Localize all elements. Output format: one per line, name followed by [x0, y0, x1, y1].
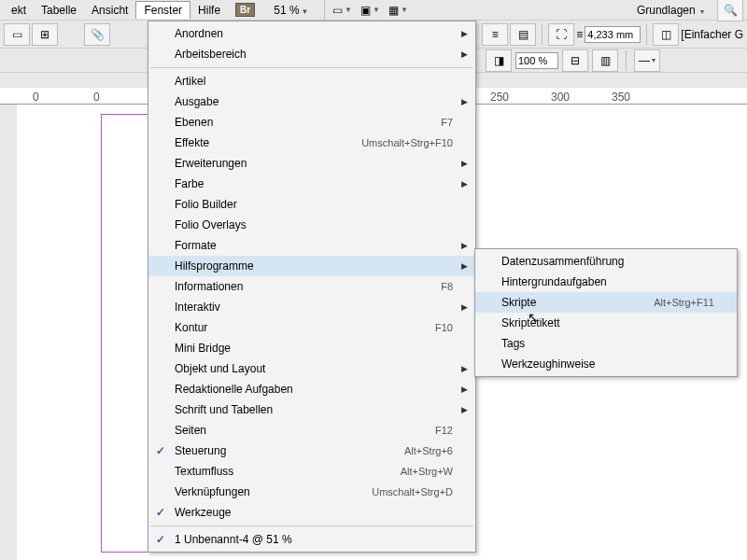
menu-item-label: Verknüpfungen	[175, 485, 372, 498]
menu-item-label: Skripte	[501, 296, 654, 309]
menu-item[interactable]: Objekt und Layout▶	[148, 358, 475, 379]
menu-separator	[150, 525, 473, 526]
zoom-level[interactable]: 51 %▼	[268, 3, 314, 18]
menu-item-label: Informationen	[175, 280, 441, 293]
reference-point-icon[interactable]: ⊞	[32, 23, 58, 46]
search-icon[interactable]: 🔍	[717, 0, 743, 21]
menu-item[interactable]: Farbe▶	[148, 174, 475, 194]
menu-item[interactable]: Arbeitsbereich▶	[148, 44, 475, 64]
menu-item[interactable]: Formate▶	[148, 235, 475, 256]
menubar-item-tabelle[interactable]: Tabelle	[34, 2, 84, 19]
menu-item-label: Erweiterungen	[175, 157, 453, 170]
chevron-right-icon: ▶	[461, 179, 468, 189]
menu-item[interactable]: TextumflussAlt+Strg+W	[148, 461, 475, 482]
menu-item-label: Kontur	[175, 321, 435, 334]
menu-item-label: Interaktiv	[175, 301, 453, 314]
chevron-right-icon: ▶	[461, 364, 468, 373]
view-options-icon[interactable]: ▣▼	[359, 2, 383, 19]
selection-tool-icon[interactable]: ▭	[4, 23, 30, 46]
menu-item[interactable]: EffekteUmschalt+Strg+F10	[148, 133, 475, 153]
wrap-around-icon[interactable]: ▥	[592, 49, 618, 72]
bridge-icon[interactable]: Br	[235, 3, 255, 17]
menu-item[interactable]: EbenenF7	[148, 112, 475, 133]
chevron-right-icon: ▶	[461, 261, 468, 271]
arrange-icon[interactable]: ▦▼	[387, 2, 411, 19]
menu-item-label: Folio Builder	[175, 198, 453, 211]
hilfsprogramme-submenu: DatenzusammenführungHintergrundaufgabenS…	[474, 248, 738, 377]
menu-item-label: Werkzeughinweise	[501, 357, 714, 371]
distribute-icon[interactable]: ⊟	[562, 49, 588, 72]
menu-item-label: Schrift und Tabellen	[175, 403, 453, 416]
menu-shortcut: Alt+Strg+6	[404, 445, 453, 456]
menu-item[interactable]: Ausgabe▶	[148, 91, 475, 112]
chevron-right-icon: ▶	[461, 49, 468, 59]
menubar-item-hilfe[interactable]: Hilfe	[190, 2, 228, 19]
menu-shortcut: F8	[441, 281, 453, 292]
menu-shortcut: Alt+Strg+W	[401, 466, 453, 477]
menu-shortcut: F10	[435, 322, 453, 333]
ruler-tick: 300	[551, 91, 570, 104]
chevron-right-icon: ▶	[461, 159, 468, 168]
menu-item[interactable]: SeitenF12	[148, 420, 475, 441]
menu-item-label: Skriptetikett	[501, 316, 714, 329]
menu-item[interactable]: KonturF10	[148, 317, 475, 338]
check-icon: ✓	[156, 444, 165, 457]
chevron-right-icon: ▶	[461, 385, 468, 394]
menubar-item-ansicht[interactable]: Ansicht	[84, 2, 135, 19]
menu-item[interactable]: Mini Bridge	[148, 338, 475, 358]
menu-item[interactable]: ✓SteuerungAlt+Strg+6	[148, 441, 475, 461]
attach-icon[interactable]: 📎	[84, 23, 110, 46]
menu-item[interactable]: Interaktiv▶	[148, 297, 475, 317]
menu-item[interactable]: VerknüpfungenUmschalt+Strg+D	[148, 482, 475, 502]
menu-item-label: Hilfsprogramme	[175, 259, 453, 273]
chevron-right-icon: ▶	[461, 97, 468, 106]
menu-item[interactable]: Datenzusammenführung	[475, 251, 737, 272]
menu-shortcut: F7	[441, 117, 453, 128]
menu-shortcut: Umschalt+Strg+F10	[361, 137, 453, 148]
check-icon: ✓	[156, 506, 165, 519]
menu-item-label: Redaktionelle Aufgaben	[175, 383, 453, 396]
corner-options-icon[interactable]: ◫	[653, 23, 679, 46]
menu-item[interactable]: Artikel	[148, 71, 475, 91]
menu-item[interactable]: Redaktionelle Aufgaben▶	[148, 379, 475, 399]
menu-shortcut: F12	[435, 425, 453, 436]
align-icon[interactable]: ≡	[482, 23, 508, 46]
ruler-tick: 0	[93, 91, 100, 104]
menu-item[interactable]: Folio Builder	[148, 194, 475, 215]
check-icon: ✓	[156, 533, 165, 546]
menubar-item-fenster[interactable]: Fenster	[135, 1, 190, 19]
menu-item[interactable]: Anordnen▶	[148, 23, 475, 44]
stroke-weight-icon: ≡	[576, 28, 583, 41]
menu-item[interactable]: Hintergrundaufgaben	[475, 272, 737, 292]
stroke-swatch-icon[interactable]: ◨	[486, 49, 512, 72]
workspace-switcher[interactable]: Grundlagen ▾	[627, 2, 713, 19]
menu-item[interactable]: SkripteAlt+Strg+F11	[475, 292, 737, 313]
crop-icon[interactable]: ⛶	[548, 23, 574, 46]
menubar: ekt Tabelle Ansicht Fenster Hilfe Br 51 …	[0, 0, 747, 21]
menu-item-label: Hintergrundaufgaben	[501, 275, 714, 288]
menu-item[interactable]: Erweiterungen▶	[148, 153, 475, 174]
text-wrap-icon[interactable]: ▤	[510, 23, 536, 46]
menu-item[interactable]: Folio Overlays	[148, 215, 475, 235]
menu-item-label: Anordnen	[175, 27, 453, 40]
menu-item-label: Werkzeuge	[175, 506, 453, 519]
menu-item-label: Seiten	[175, 424, 435, 437]
menu-item[interactable]: Hilfsprogramme▶	[148, 256, 475, 276]
menu-item-label: 1 Unbenannt-4 @ 51 %	[175, 533, 453, 546]
scale-input[interactable]	[515, 52, 558, 69]
menubar-item-objekt[interactable]: ekt	[4, 2, 34, 19]
fenster-menu: Anordnen▶Arbeitsbereich▶ArtikelAusgabe▶E…	[148, 21, 476, 553]
menu-item[interactable]: Schrift und Tabellen▶	[148, 399, 475, 420]
menu-item[interactable]: Werkzeughinweise	[475, 354, 737, 374]
screen-mode-icon[interactable]: ▭▼	[331, 2, 355, 19]
menu-item[interactable]: ✓1 Unbenannt-4 @ 51 %	[148, 529, 475, 550]
menu-item-label: Objekt und Layout	[175, 362, 453, 375]
menu-item[interactable]: ✓Werkzeuge	[148, 502, 475, 523]
stroke-style-icon[interactable]: —▾	[634, 49, 660, 72]
menu-item-label: Effekte	[175, 136, 361, 149]
menu-item[interactable]: Skriptetikett	[475, 313, 737, 333]
menu-item[interactable]: InformationenF8	[148, 276, 475, 297]
stroke-weight-input[interactable]	[585, 26, 641, 43]
ruler-tick: 0	[33, 91, 39, 104]
menu-item[interactable]: Tags	[475, 333, 737, 354]
